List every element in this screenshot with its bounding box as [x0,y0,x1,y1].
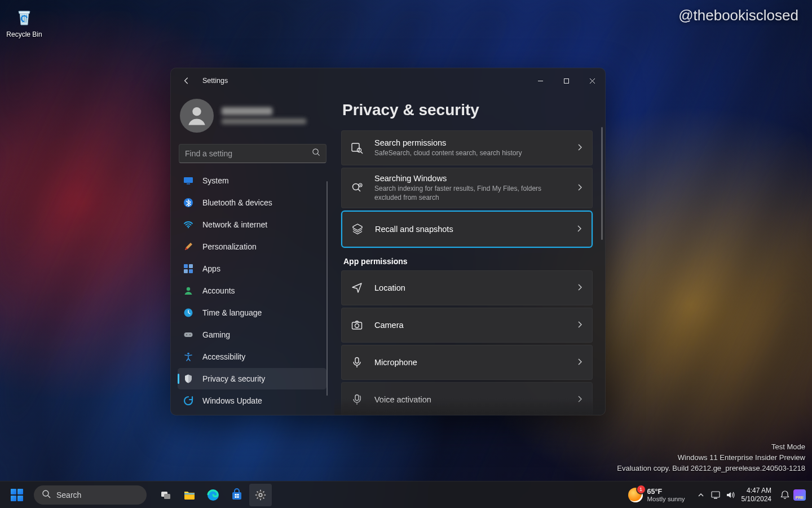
weather-widget[interactable]: 1 65°F Mostly sunny [628,488,685,502]
nav-apps[interactable]: Apps [178,258,326,279]
recycle-bin-desktop-icon[interactable]: Recycle Bin [5,6,44,38]
person-icon [183,286,193,296]
svg-rect-9 [184,269,188,273]
card-subtitle: Search indexing for faster results, Find… [374,184,555,202]
nav-label: Apps [202,264,220,273]
nav-accessibility[interactable]: Accessibility [178,346,326,367]
nav-update[interactable]: Windows Update [178,390,326,408]
close-button[interactable] [579,68,605,93]
settings-taskbar-button[interactable] [249,484,272,506]
card-location[interactable]: Location [341,270,593,305]
svg-point-22 [355,324,359,328]
paintbrush-icon [183,242,193,252]
content-scrollbar[interactable] [601,127,603,407]
card-camera[interactable]: Camera [341,308,593,343]
nav-time[interactable]: Time & language [178,302,326,323]
nav-personalization[interactable]: Personalization [178,236,326,257]
store-button[interactable] [226,484,248,506]
update-icon [183,396,193,406]
search-input[interactable] [185,149,307,158]
card-title: Recall and snapshots [375,225,564,234]
nav-list: System Bluetooth & devices Network & int… [176,170,329,408]
titlebar[interactable]: Settings [171,68,605,93]
file-explorer-button[interactable] [178,484,201,506]
edge-button[interactable] [202,484,224,506]
svg-point-15 [189,334,191,335]
content-area: Privacy & security Search permissions Sa… [334,93,605,415]
nav-gaming[interactable]: Gaming [178,324,326,345]
indexing-icon [351,182,363,194]
svg-point-19 [353,184,359,190]
svg-rect-13 [184,332,193,337]
tray-overflow-button[interactable] [694,487,708,503]
recycle-bin-icon [13,6,36,28]
svg-rect-30 [232,492,241,500]
nav-network[interactable]: Network & internet [178,214,326,235]
svg-rect-27 [164,494,170,499]
tray-notifications-icon[interactable] [778,487,792,503]
chevron-right-icon [576,395,583,405]
nav-system[interactable]: System [178,170,326,191]
cards-top: Search permissions SafeSearch, cloud con… [341,130,593,248]
chevron-right-icon [576,143,583,153]
card-searching-windows[interactable]: Searching Windows Search indexing for fa… [341,168,593,208]
start-button[interactable] [6,484,28,506]
search-icon [312,148,320,159]
nav-accounts[interactable]: Accounts [178,280,326,301]
apps-icon [183,264,193,274]
tray-vm-icon[interactable] [709,487,722,503]
clock-icon [183,308,193,318]
nav-label: Personalization [202,242,257,251]
svg-rect-34 [237,496,239,498]
nav-label: Bluetooth & devices [202,198,272,207]
nav-privacy[interactable]: Privacy & security [178,368,326,389]
profile-text [222,107,306,124]
nav-label: Accounts [202,286,235,295]
taskbar: Search [0,481,812,508]
window-title: Settings [202,77,228,85]
svg-point-1 [192,107,201,116]
tray-clock[interactable]: 4:47 AM 5/10/2024 [742,487,771,503]
nav-scrollbar[interactable] [326,170,328,408]
chevron-right-icon [576,183,583,193]
maximize-button[interactable] [553,68,579,93]
weather-temp: 65°F [647,488,685,496]
taskbar-search[interactable]: Search [34,485,147,505]
weather-badge: 1 [637,485,645,493]
store-icon [230,488,244,502]
recycle-bin-label: Recycle Bin [5,30,44,38]
task-view-button[interactable] [155,484,177,506]
svg-point-6 [188,226,189,227]
minimize-button[interactable] [527,68,553,93]
card-microphone[interactable]: Microphone [341,345,593,380]
watermark-line-2: Windows 11 Enterprise Insider Preview [617,453,805,463]
card-search-permissions[interactable]: Search permissions SafeSearch, cloud con… [341,130,593,165]
nav-bluetooth[interactable]: Bluetooth & devices [178,192,326,213]
svg-rect-21 [352,322,362,329]
back-button[interactable] [179,73,195,89]
tray-time: 4:47 AM [742,487,771,495]
card-voice[interactable]: Voice activation [341,382,593,415]
svg-rect-10 [189,269,193,273]
desktop: Recycle Bin @thebookisclosed Test Mode W… [0,0,812,508]
search-icon [42,489,51,500]
profile-block[interactable] [176,97,329,141]
settings-search[interactable] [179,144,326,163]
card-recall[interactable]: Recall and snapshots [341,211,593,248]
svg-point-14 [186,334,187,335]
svg-rect-32 [237,494,239,496]
tray-insider-icon[interactable]: PRE [793,487,806,503]
svg-rect-23 [355,358,359,364]
nav-label: Windows Update [202,396,262,405]
svg-rect-0 [564,78,568,83]
nav-label: Time & language [202,308,262,317]
svg-rect-37 [712,492,720,497]
card-title: Camera [374,321,565,330]
settings-window: Settings [170,68,606,415]
svg-rect-8 [189,264,193,268]
location-icon [351,282,363,294]
display-icon [183,176,193,186]
svg-rect-31 [235,494,237,496]
tray-volume-icon[interactable] [723,487,737,503]
folder-icon [183,488,196,502]
